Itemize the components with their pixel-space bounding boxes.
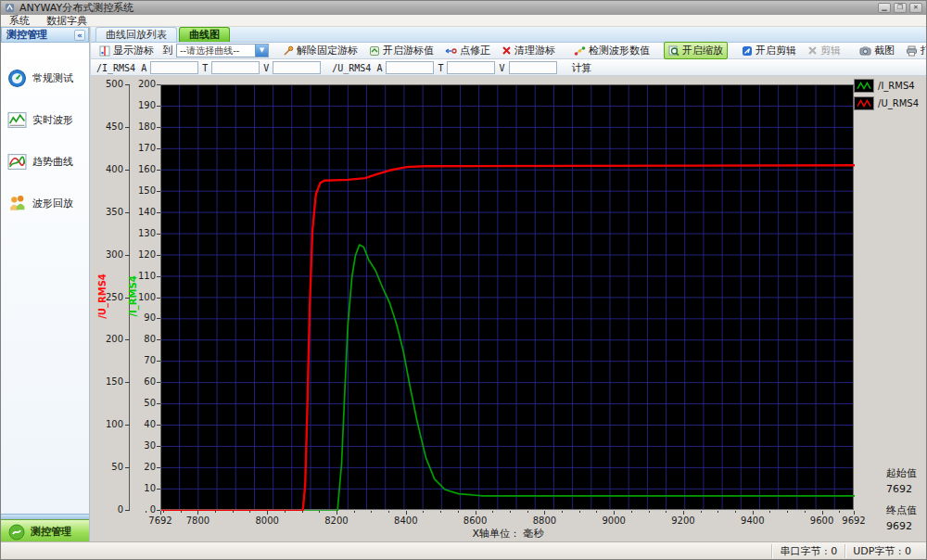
close-button[interactable]: ✕ <box>909 3 922 13</box>
u-t-input[interactable] <box>447 61 495 74</box>
axis-tick: 500 <box>93 79 123 89</box>
sidebar-item-wave-replay[interactable]: 波形回放 <box>1 183 89 224</box>
axis-tick: 300 <box>93 249 123 260</box>
sidebar-header-title: 测控管理 <box>6 28 47 42</box>
curve-select-value: --请选择曲线-- <box>177 45 255 57</box>
outer-axis-title: /U_RMS4 <box>97 274 108 319</box>
axis-tick <box>649 511 650 513</box>
axis-tick: 9600 <box>802 515 843 526</box>
cursor-display-icon <box>99 45 110 57</box>
curve--i_rms4 <box>161 245 855 511</box>
axis-tick <box>631 511 632 513</box>
axis-tick: 40 <box>133 419 156 429</box>
menu-data-dictionary[interactable]: 数据字典 <box>38 14 95 28</box>
unfix-cursor-button[interactable]: 解除固定游标 <box>278 42 362 59</box>
grey-x-icon <box>807 45 818 56</box>
print-button[interactable]: 打印 <box>901 42 927 59</box>
show-cursor-button[interactable]: 显示游标 <box>95 42 159 59</box>
u-v-label: V <box>497 63 506 73</box>
axis-tick: 70 <box>133 355 156 365</box>
sidebar-header: 测控管理 « <box>1 27 89 43</box>
axis-tick <box>233 511 234 513</box>
chevron-down-icon[interactable]: ▼ <box>255 45 268 57</box>
menu-bar: 系统 数据字典 <box>1 15 926 27</box>
to-label: 到 <box>160 44 174 57</box>
red-wave-swatch-icon <box>854 96 874 110</box>
point-correct-button[interactable]: 点修正 <box>440 42 495 59</box>
wave-replay-icon <box>7 194 27 213</box>
sidebar-list: 常规测试 实时波形 趋势曲线 波形回放 <box>1 43 89 514</box>
tab-curve-chart[interactable]: 曲线图 <box>179 27 230 42</box>
sidebar-item-label: 波形回放 <box>32 197 73 210</box>
tab-label: 曲线图 <box>189 28 220 42</box>
axis-tick <box>787 511 788 513</box>
axis-tick <box>683 511 684 515</box>
calculate-button[interactable]: 计算 <box>570 61 594 75</box>
sidebar-item-realtime-wave[interactable]: 实时波形 <box>1 99 89 141</box>
open-cursor-value-button[interactable]: 开启游标值 <box>364 42 438 59</box>
axis-tick: 7692 <box>140 515 181 526</box>
open-clip-button[interactable]: 开启剪辑 <box>737 42 801 59</box>
u-t-label: T <box>436 63 445 73</box>
i-v-input[interactable] <box>273 61 321 74</box>
axis-tick: 9000 <box>593 515 634 526</box>
series-i-label: /I_RMS4 A <box>95 63 148 73</box>
detect-wave-values-button[interactable]: 检测波形数值 <box>569 42 654 59</box>
axis-tick: 350 <box>93 207 123 217</box>
button-label: 点修正 <box>460 44 490 57</box>
open-zoom-button[interactable]: 开启缩放 <box>664 42 728 59</box>
u-v-input[interactable] <box>509 61 557 74</box>
axis-tick <box>492 511 493 513</box>
green-wave-swatch-icon <box>854 79 874 93</box>
trend-curve-icon <box>7 152 27 172</box>
axis-tick <box>735 511 736 513</box>
axis-tick <box>157 510 160 511</box>
button-label: 截图 <box>874 44 895 57</box>
maximize-button[interactable]: ❐ <box>894 3 907 13</box>
axis-tick <box>805 511 806 513</box>
axis-tick <box>510 511 511 513</box>
u-a-input[interactable] <box>386 61 434 74</box>
sidebar-item-regular-test[interactable]: 常规测试 <box>1 57 89 99</box>
clear-cursor-button[interactable]: 清理游标 <box>497 42 560 59</box>
magnifier-icon <box>668 45 679 57</box>
curve-select-dropdown[interactable]: --请选择曲线-- ▼ <box>176 44 269 57</box>
measure-manage-icon <box>8 524 25 541</box>
minimize-button[interactable]: ▁ <box>878 3 891 13</box>
screenshot-button[interactable]: 截图 <box>855 42 899 59</box>
app-icon <box>5 3 15 13</box>
i-a-input[interactable] <box>150 61 198 74</box>
axis-tick: 50 <box>133 398 156 408</box>
axis-tick: 150 <box>93 376 123 387</box>
sidebar-item-trend-curve[interactable]: 趋势曲线 <box>1 141 89 183</box>
curve--u_rms4 <box>161 165 855 511</box>
axis-tick: 170 <box>133 143 156 153</box>
sidebar-bottom-button-measure-manage[interactable]: 测控管理 <box>1 519 89 543</box>
axis-tick: 8400 <box>386 515 426 526</box>
curve-canvas <box>161 85 855 511</box>
axis-tick <box>160 511 161 515</box>
legend-item-i-rms4[interactable]: /I_RMS4 <box>854 79 919 93</box>
axis-tick <box>337 511 337 515</box>
i-t-input[interactable] <box>211 61 260 74</box>
legend-label: /U_RMS4 <box>878 98 919 108</box>
axis-tick: 130 <box>133 228 156 238</box>
inner-axis-title: /I_RMS4 <box>128 275 138 316</box>
axis-tick: 8200 <box>316 515 357 526</box>
plot-region[interactable] <box>160 84 854 510</box>
toolbar-main: 显示游标 到 --请选择曲线-- ▼ 解除固定游标 开启游标值 点修正 清理游标 <box>91 43 926 59</box>
sidebar-item-label: 常规测试 <box>32 71 73 85</box>
axis-tick <box>701 511 702 513</box>
axis-tick <box>544 511 545 515</box>
legend-item-u-rms4[interactable]: /U_RMS4 <box>854 96 919 110</box>
axis-tick <box>406 511 407 515</box>
sidebar: 测控管理 « 常规测试 实时波形 <box>1 27 90 543</box>
tab-curve-replay-list[interactable]: 曲线回放列表 <box>95 27 177 42</box>
window-title: ANYWAY分布式测控系统 <box>19 1 878 15</box>
udp-bytes-status: UDP字节 : 0 <box>844 544 919 558</box>
end-value-label: 终点值 <box>886 503 917 518</box>
menu-system[interactable]: 系统 <box>1 14 38 28</box>
axis-tick: 400 <box>93 164 123 174</box>
axis-tick: 100 <box>93 419 123 429</box>
sidebar-collapse-button[interactable]: « <box>74 30 85 41</box>
